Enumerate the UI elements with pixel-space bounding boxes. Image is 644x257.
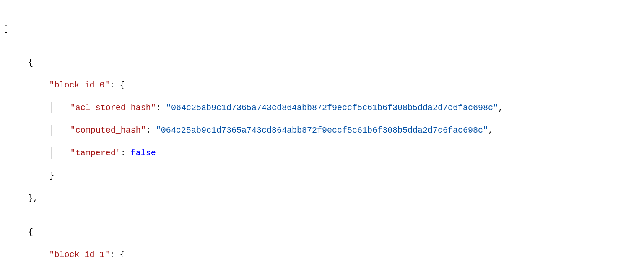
- json-line: "block_id_0": {: [3, 80, 641, 91]
- json-key: "block_id_1": [49, 250, 109, 257]
- json-line: "tampered": false: [3, 147, 641, 159]
- json-viewer[interactable]: [ { "block_id_0": { "acl_stored_hash": "…: [0, 0, 644, 257]
- brace-close: }: [28, 193, 33, 203]
- indent-guide: [30, 147, 30, 159]
- indent-guide: [30, 80, 30, 91]
- comma: ,: [498, 103, 503, 113]
- indent-guide: [30, 125, 30, 136]
- colon: :: [146, 126, 156, 135]
- json-key: "computed_hash": [70, 126, 146, 135]
- json-line: "computed_hash": "064c25ab9c1d7365a743cd…: [3, 125, 641, 136]
- json-line: },: [3, 193, 641, 204]
- json-line: {: [3, 226, 641, 238]
- comma: ,: [488, 126, 493, 135]
- json-line: }: [3, 170, 641, 181]
- colon: :: [109, 250, 119, 257]
- json-string-value: "064c25ab9c1d7365a743cd864abb872f9eccf5c…: [156, 126, 488, 135]
- indent-guide: [30, 102, 30, 113]
- indent-guide: [51, 147, 52, 159]
- json-line: {: [3, 57, 641, 68]
- brace-open: {: [119, 250, 125, 257]
- colon: :: [156, 103, 166, 113]
- json-key: "block_id_0": [49, 80, 109, 90]
- indent-guide: [51, 102, 52, 113]
- brace-open: {: [28, 227, 33, 237]
- brace-close: }: [49, 171, 54, 180]
- indent-guide: [30, 249, 30, 257]
- json-key: "tampered": [70, 148, 121, 158]
- indent-guide: [51, 125, 52, 136]
- brace-open: {: [28, 58, 33, 67]
- json-line: "acl_stored_hash": "064c25ab9c1d7365a743…: [3, 102, 641, 113]
- comma: ,: [33, 193, 38, 203]
- indent-guide: [30, 170, 30, 181]
- json-line: "block_id_1": {: [3, 249, 641, 257]
- json-line: [: [3, 23, 641, 34]
- colon: :: [109, 80, 119, 90]
- json-keyword-value: false: [131, 148, 156, 158]
- brace-open: {: [119, 80, 125, 90]
- json-string-value: "064c25ab9c1d7365a743cd864abb872f9eccf5c…: [166, 103, 498, 113]
- colon: :: [121, 148, 131, 158]
- json-key: "acl_stored_hash": [70, 103, 156, 113]
- array-open-bracket: [: [3, 24, 8, 33]
